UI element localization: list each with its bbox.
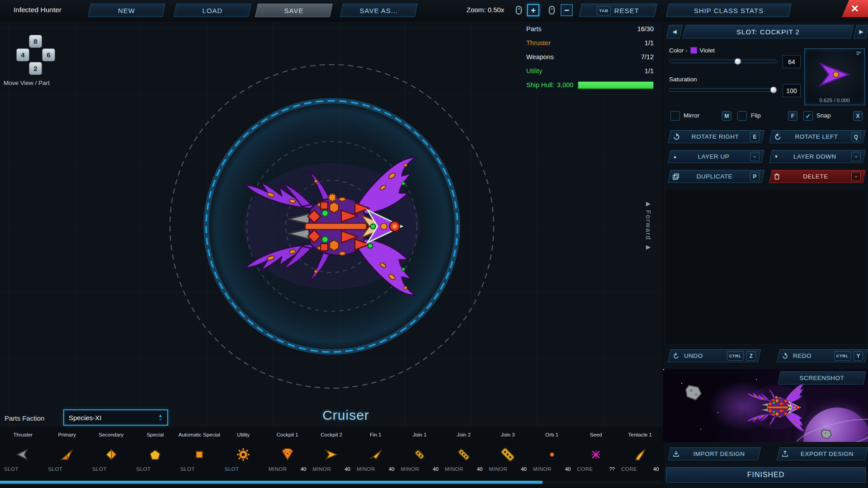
redo-icon	[782, 352, 788, 359]
palette-item-utility[interactable]: Utility SLOT	[222, 431, 266, 472]
stars	[663, 369, 664, 370]
palette-item-orb-1[interactable]: Orb 1 MINOR40	[530, 431, 574, 472]
join-1-part-icon	[413, 445, 426, 465]
utility-part-icon	[236, 445, 250, 465]
parts-faction-dropdown[interactable]: Species-XI ▲ ▼	[63, 409, 168, 426]
palette-item-join-1[interactable]: Join 1 MINOR40	[398, 431, 442, 472]
triangle-down-icon: ▼	[774, 154, 778, 159]
color-slider[interactable]	[669, 60, 777, 63]
undo-button[interactable]: UNDO CTRL Z	[668, 349, 761, 362]
import-design-button[interactable]: IMPORT DESIGN	[668, 447, 761, 460]
palette-row: Thruster SLOT Primary SLOT Secondary SLO…	[1, 431, 663, 472]
delete-key-icon: -	[851, 172, 861, 181]
slot-next-button[interactable]: ▶	[854, 25, 868, 38]
reset-view-button[interactable]: TAB RESET	[579, 4, 657, 17]
palette-item-tentacle-1[interactable]: Tentacle 1 CORE40	[618, 431, 662, 472]
palette-item-cockpit-2[interactable]: Cockpit 2 MINOR40	[310, 431, 354, 472]
forward-arrow-bottom-icon: ▶	[646, 244, 651, 250]
design-screenshot-preview: SCREENSHOT	[663, 369, 868, 442]
ship-design[interactable]	[235, 152, 429, 301]
palette-item-cockpit-1[interactable]: Cockpit 1 MINOR40	[265, 431, 310, 472]
palette-scrollbar-track[interactable]	[0, 481, 663, 484]
color-value: 64	[783, 55, 801, 68]
mirror-checkbox[interactable]	[670, 111, 680, 121]
load-button[interactable]: LOAD	[174, 4, 251, 17]
saturation-slider[interactable]	[669, 88, 777, 92]
tab-key-icon: TAB	[597, 6, 610, 15]
top-toolbar: Infected Hunter NEW LOAD SAVE SAVE AS...…	[0, 0, 868, 21]
chevron-left-icon: ◀	[668, 25, 681, 38]
automatic-special-part-icon	[195, 445, 204, 465]
save-button[interactable]: SAVE	[255, 4, 333, 17]
hull-value: 3,000	[557, 81, 573, 89]
rotate-cw-icon	[673, 133, 680, 141]
cockpit-1-part-icon	[281, 445, 294, 465]
rotate-left-button[interactable]: ROTATE LEFT Q	[769, 130, 866, 143]
ship-editor-app: ▶ Forward ▶ Cruiser 8 4 6 2 Move View / …	[0, 0, 868, 488]
join-2-part-icon	[457, 445, 471, 465]
export-icon	[782, 450, 788, 457]
ctrl-key-icon: CTRL	[834, 351, 851, 361]
stats-row-parts: Parts 16/30	[522, 22, 658, 36]
dropdown-arrows-icon: ▲ ▼	[158, 413, 163, 422]
color-label-row: Color - Violet	[669, 47, 715, 54]
build-stats-panel: Parts 16/30 Thruster 1/1 Weapons 7/12 Ut…	[522, 22, 658, 92]
layer-down-button[interactable]: ▼ LAYER DOWN -	[769, 150, 866, 163]
parts-palette: Thruster SLOT Primary SLOT Secondary SLO…	[0, 427, 663, 488]
duplicate-button[interactable]: DUPLICATE P	[668, 170, 764, 183]
palette-item-secondary[interactable]: Secondary SLOT	[89, 431, 133, 472]
thruster-part-icon	[16, 445, 30, 465]
snap-checkbox[interactable]: ✓	[803, 111, 813, 121]
palette-item-thruster[interactable]: Thruster SLOT	[1, 431, 45, 472]
ship-class-stats-button[interactable]: SHIP CLASS STATS	[666, 4, 792, 17]
part-angle: 0°	[856, 51, 861, 56]
palette-item-primary[interactable]: Primary SLOT	[45, 431, 90, 472]
rotate-right-button[interactable]: ROTATE RIGHT E	[668, 130, 764, 143]
zoom-out-button[interactable]: −	[561, 4, 573, 16]
palette-item-fin-1[interactable]: Fin 1 MINOR40	[354, 431, 398, 472]
duplicate-icon	[673, 174, 679, 180]
forward-arrow-top-icon: ▶	[646, 201, 651, 206]
palette-item-join-3[interactable]: Join 3 MINOR40	[486, 431, 530, 472]
palette-item-automatic-special[interactable]: Automatic Special SLOT	[177, 431, 222, 472]
screenshot-button[interactable]: SCREENSHOT	[778, 371, 866, 385]
slot-prev-button[interactable]: ◀	[666, 25, 683, 38]
mirror-key-icon: M	[722, 111, 731, 121]
slot-title: SLOT: COCKPIT 2	[683, 25, 854, 38]
flip-checkbox[interactable]	[737, 111, 747, 121]
palette-item-seed[interactable]: Seed CORE??	[574, 431, 618, 472]
stats-value: 16/30	[637, 25, 654, 33]
stats-row-thruster: Thruster 1/1	[522, 36, 658, 50]
stats-value: 7/12	[641, 53, 654, 61]
close-button[interactable]: ×	[842, 0, 868, 17]
e-key-icon: E	[750, 132, 760, 141]
key-6-icon: 6	[42, 48, 55, 61]
color-slider-knob[interactable]	[735, 58, 741, 65]
palette-item-special[interactable]: Special SLOT	[133, 431, 178, 472]
forward-label: Forward	[645, 210, 652, 240]
save-as-button[interactable]: SAVE AS...	[340, 4, 418, 17]
stats-value: 1/1	[645, 67, 654, 75]
redo-button[interactable]: REDO CTRL Y	[777, 349, 868, 362]
ctrl-key-icon: CTRL	[727, 351, 744, 361]
design-title: Infected Hunter	[14, 6, 61, 14]
color-swatch	[690, 47, 697, 54]
join-3-part-icon	[500, 445, 515, 465]
snap-key-icon: X	[853, 111, 863, 121]
saturation-slider-knob[interactable]	[770, 87, 777, 94]
layer-up-button[interactable]: ▲ LAYER UP -	[668, 150, 764, 163]
zoom-in-button[interactable]: +	[527, 4, 539, 16]
special-part-icon	[149, 445, 161, 465]
palette-item-join-2[interactable]: Join 2 MINOR40	[442, 431, 486, 472]
asteroid-icon	[821, 429, 832, 440]
delete-button[interactable]: DELETE -	[769, 170, 866, 183]
flip-key-icon: F	[788, 111, 797, 121]
new-button[interactable]: NEW	[88, 4, 165, 17]
color-name: Violet	[700, 47, 715, 54]
export-design-button[interactable]: EXPORT DESIGN	[777, 447, 868, 460]
close-icon: ×	[851, 1, 859, 16]
tentacle-1-part-icon	[634, 445, 646, 465]
key-2-icon: 2	[29, 62, 42, 75]
palette-scrollbar-thumb[interactable]	[0, 481, 542, 484]
finished-button[interactable]: FINISHED	[666, 467, 866, 483]
